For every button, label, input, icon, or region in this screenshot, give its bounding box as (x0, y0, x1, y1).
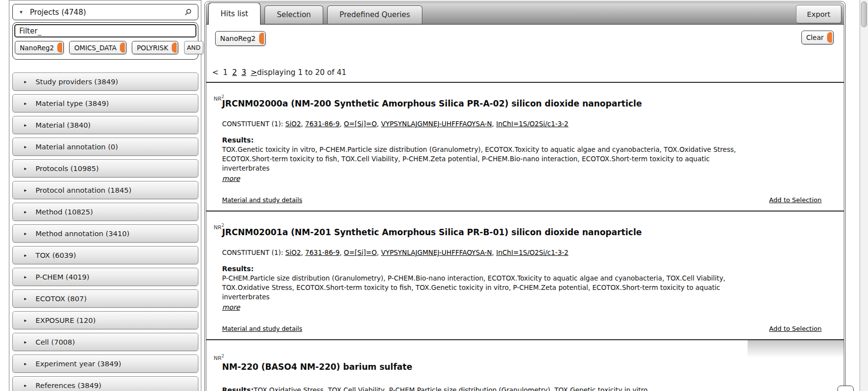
triangle-right-icon: ▸ (24, 166, 27, 171)
facet-experiment-year[interactable]: ▸ Experiment year (3849) (12, 355, 198, 373)
pagination-prev[interactable]: < (212, 68, 219, 77)
chip-handle-icon[interactable] (827, 32, 832, 43)
project-chip-nanoreg2[interactable]: NanoReg2 (15, 41, 64, 54)
chip-handle-icon[interactable] (259, 33, 264, 44)
facet-study-providers[interactable]: ▸ Study providers (3849) (12, 72, 198, 91)
pagination: <123>displaying 1 to 20 of 41 (212, 68, 346, 77)
constituent-line: CONSTITUENT (1): SiO2, 7631-86-9, O=[Si]… (222, 120, 822, 128)
scrollbar-thumb[interactable] (861, 1, 867, 27)
triangle-right-icon: ▸ (24, 209, 27, 214)
projects-accordion-header[interactable]: ▾ Projects (4748) (12, 4, 198, 20)
material-study-details-link[interactable]: Material and study details (222, 325, 302, 332)
constituent-link[interactable]: InChI=1S/O2Si/c1-3-2 (496, 120, 568, 128)
results-text: P-CHEM.Particle size distribution (Granu… (222, 274, 757, 302)
facet-label: Cell (7008) (36, 338, 75, 346)
export-button[interactable]: Export (796, 5, 841, 23)
triangle-down-icon: ▾ (20, 9, 23, 15)
chip-handle-icon[interactable] (57, 42, 62, 53)
constituent-link[interactable]: InChI=1S/O2Si/c1-3-2 (496, 249, 568, 256)
facet-tox[interactable]: ▸ TOX (6039) (12, 246, 198, 264)
triangle-right-icon: ▸ (24, 144, 27, 149)
result-card-body: JRCNM02001a (NM-201 Synthetic Amorphous … (206, 212, 844, 312)
facet-references[interactable]: ▸ References (3849) (12, 376, 198, 391)
chip-label: POLYRISK (137, 44, 168, 52)
result-card-body: NM-220 (BASO4 NM-220) barium sulfate Res… (206, 340, 844, 391)
triangle-right-icon: ▸ (24, 187, 27, 193)
filter-input[interactable] (14, 24, 196, 37)
chip-handle-icon[interactable] (120, 42, 125, 53)
pagination-next[interactable]: > (251, 68, 257, 77)
facet-label: Protocols (10985) (36, 165, 99, 173)
result-list: NR2 JRCNM02000a (NM-200 Synthetic Amorph… (206, 82, 844, 391)
nr2-badge: NR2 (214, 223, 224, 231)
results-panel: Hits list Selection Predefined Queries E… (204, 1, 846, 391)
clear-button[interactable]: Clear (801, 31, 833, 44)
facet-cell[interactable]: ▸ Cell (7008) (12, 333, 198, 351)
facet-protocol-annotation[interactable]: ▸ Protocol annotation (1845) (12, 181, 198, 199)
triangle-right-icon: ▸ (24, 101, 27, 106)
tab-bar: Hits list Selection Predefined Queries E… (206, 2, 844, 24)
project-chip-polyrisk[interactable]: POLYRISK (132, 41, 178, 54)
search-icon[interactable] (184, 8, 192, 16)
triangle-right-icon: ▸ (24, 122, 27, 128)
pagination-page-3[interactable]: 3 (241, 68, 246, 77)
results-text: TOX.Genetic toxicity in vitro, P-CHEM.Pa… (222, 145, 757, 173)
vertical-scrollbar[interactable] (860, 0, 868, 391)
pagination-page-2[interactable]: 2 (232, 68, 237, 77)
constituent-link[interactable]: 7631-86-9 (305, 120, 340, 128)
add-to-selection-link[interactable]: Add to Selection (769, 196, 822, 204)
facet-material-annotation[interactable]: ▸ Material annotation (0) (12, 138, 198, 156)
tab-predefined-queries[interactable]: Predefined Queries (327, 5, 422, 24)
material-study-details-link[interactable]: Material and study details (222, 196, 302, 204)
results-line: Results:TOX.Oxidative Stress, TOX.Cell V… (222, 386, 822, 391)
facet-label: Material annotation (0) (36, 143, 118, 151)
add-to-selection-link[interactable]: Add to Selection (769, 325, 822, 332)
facet-material[interactable]: ▸ Material (3840) (12, 116, 198, 134)
facet-label: ECOTOX (807) (36, 295, 87, 303)
facet-material-type[interactable]: ▸ Material type (3849) (12, 94, 198, 112)
chip-label: Clear (806, 34, 824, 41)
constituent-link[interactable]: VYPSYNLAJGMNEJ-UHFFFAOYSA-N (381, 120, 492, 128)
facet-protocols[interactable]: ▸ Protocols (10985) (12, 159, 198, 178)
triangle-right-icon: ▸ (24, 361, 27, 366)
result-card-footer: Material and study details Add to Select… (222, 196, 822, 204)
nr2-badge: NR2 (214, 95, 224, 102)
tab-label: Predefined Queries (340, 10, 410, 19)
hits-list-content: NanoReg2 Clear <123>displaying 1 to 20 o… (206, 24, 844, 391)
tab-label: Selection (277, 10, 311, 19)
triangle-right-icon: ▸ (24, 252, 27, 258)
facet-exposure[interactable]: ▸ EXPOSURE (120) (12, 311, 198, 329)
constituent-link[interactable]: VYPSYNLAJGMNEJ-UHFFFAOYSA-N (381, 249, 492, 256)
projects-label: Projects (4748) (30, 8, 86, 17)
project-chip-row: NanoReg2 OMICS_DATA POLYRISK AND (14, 41, 196, 54)
constituent-label: CONSTITUENT (1): (222, 120, 285, 128)
constituent-link[interactable]: SiO2 (285, 249, 301, 256)
project-chip-omics-data[interactable]: OMICS_DATA (69, 41, 126, 54)
triangle-right-icon: ▸ (24, 296, 27, 301)
chip-handle-icon[interactable] (172, 42, 177, 53)
more-link[interactable]: more (222, 175, 240, 182)
result-card: NR2 JRCNM02001a (NM-201 Synthetic Amorph… (206, 211, 844, 339)
facet-ecotox[interactable]: ▸ ECOTOX (807) (12, 289, 198, 308)
results-label: Results: (222, 386, 254, 391)
constituent-links: SiO2, 7631-86-9, O=[Si]=O, VYPSYNLAJGMNE… (285, 249, 568, 256)
facet-label: TOX (6039) (36, 251, 76, 259)
constituent-link[interactable]: SiO2 (285, 120, 301, 128)
facet-method[interactable]: ▸ Method (10825) (12, 203, 198, 221)
facet-p-chem[interactable]: ▸ P-CHEM (4019) (12, 268, 198, 286)
tab-hits-list[interactable]: Hits list (208, 2, 261, 25)
tabs: Hits list Selection Predefined Queries (208, 3, 426, 24)
result-card: NR2 NM-220 (BASO4 NM-220) barium sulfate… (206, 339, 844, 391)
result-title: JRCNM02001a (NM-201 Synthetic Amorphous … (222, 212, 822, 237)
operator-chip-and[interactable]: AND (184, 41, 204, 54)
active-filter-chip-nanoreg2[interactable]: NanoReg2 (215, 31, 265, 46)
facet-label: Method annotation (3410) (36, 230, 129, 238)
project-filter-box: NanoReg2 OMICS_DATA POLYRISK AND (12, 22, 198, 60)
results-label: Results: (222, 265, 822, 273)
more-link[interactable]: more (222, 303, 240, 311)
constituent-link[interactable]: O=[Si]=O (344, 249, 377, 256)
tab-selection[interactable]: Selection (264, 5, 323, 24)
facet-method-annotation[interactable]: ▸ Method annotation (3410) (12, 224, 198, 243)
constituent-link[interactable]: 7631-86-9 (305, 249, 340, 256)
constituent-link[interactable]: O=[Si]=O (344, 120, 377, 128)
